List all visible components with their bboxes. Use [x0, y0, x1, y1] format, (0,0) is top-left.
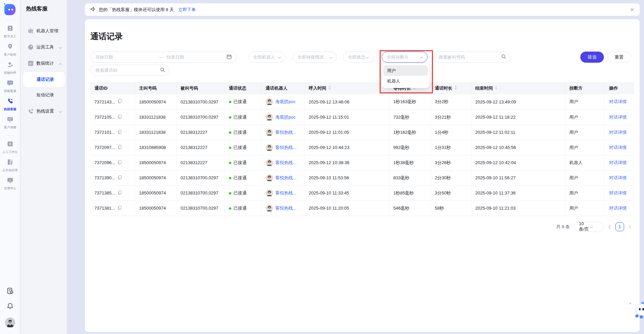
end-date-field[interactable]: 结束日期 [167, 54, 227, 60]
table-row: 7372097...1831088590802138312227已接通客悦热线.… [90, 140, 633, 155]
call-id-search-input[interactable] [91, 65, 160, 75]
robot-name-link[interactable]: 客悦热线... [275, 190, 297, 196]
cell-wait-duration: 833毫秒 [389, 170, 431, 185]
copy-icon[interactable] [117, 99, 122, 104]
rail-item-customer-journey[interactable]: 客户旅程 [3, 43, 17, 57]
assistant-mascot[interactable]: ✕ [628, 301, 644, 318]
bell-icon[interactable] [6, 302, 14, 311]
dropdown-option-user[interactable]: 用户 [383, 65, 428, 76]
cell-action: 对话详情 [604, 155, 633, 170]
page-size-select[interactable]: 10 条/页 [574, 222, 604, 232]
logo-spark-icon: ✦ [3, 2, 6, 6]
ticket-clock-icon[interactable] [6, 287, 14, 296]
cell-hangup-party: 用户 [565, 125, 604, 140]
col-call-in-time[interactable]: 呼入时间 [304, 82, 389, 94]
cell-wait-duration: 1秒38毫秒 [389, 155, 431, 170]
cell-call-duration: 3分50秒 [431, 185, 471, 201]
robot-name-link[interactable]: 客悦热线... [275, 160, 297, 166]
sidebar-item-robot-management[interactable]: 机器人管理 [21, 23, 67, 39]
admin-monitor-icon [7, 177, 13, 185]
robot-filter-select[interactable]: 全部机器人 [248, 52, 286, 63]
dialog-detail-link[interactable]: 对话详情 [609, 115, 627, 120]
robot-name-link[interactable]: 海底捞poc [275, 114, 296, 120]
cell-callee: 02138310700,0297 [176, 185, 225, 201]
chevron-up-icon [59, 61, 62, 66]
dialog-detail-link[interactable]: 对话详情 [609, 99, 627, 104]
robot-name-link[interactable]: 海底捞poc [275, 99, 296, 105]
prev-page-button[interactable] [608, 225, 611, 229]
hangup-filter-select[interactable]: 全部挂断方 [382, 52, 428, 63]
rail-item-admin-center[interactable]: 管理中心 [3, 177, 17, 191]
cell-callee: 02138310700,0297 [176, 94, 225, 110]
cell-callee: 02138312227 [176, 140, 225, 155]
chevron-down-icon [278, 55, 281, 60]
copy-icon[interactable] [117, 190, 122, 196]
cell-wait-duration: 546毫秒 [389, 201, 431, 216]
dropdown-option-robot[interactable]: 机器人 [383, 76, 428, 86]
close-icon[interactable]: ✕ [630, 7, 634, 13]
dialog-detail-link[interactable]: 对话详情 [609, 160, 627, 165]
status-filter-select[interactable]: 全部状态 [343, 52, 374, 63]
rail-item-knowledge-base[interactable]: 公共知识库 [2, 159, 19, 173]
cell-call-duration: 58秒 [431, 201, 471, 216]
robot-avatar [266, 205, 273, 212]
next-page-button[interactable] [628, 225, 631, 229]
sidebar-item-sms-records[interactable]: 短信记录 [23, 88, 65, 102]
cell-call-id: 7372105... [90, 110, 135, 125]
cell-call-id: 7372101... [90, 125, 135, 140]
robot-name-link[interactable]: 客悦热线... [275, 175, 297, 181]
col-call-id: 通话ID [90, 82, 135, 94]
dialog-detail-link[interactable]: 对话详情 [609, 190, 627, 195]
chat-bot-icon [7, 80, 13, 87]
col-call-duration[interactable]: 通话时长 [431, 82, 471, 94]
callee-search-input[interactable] [435, 52, 501, 62]
status-dot [229, 131, 231, 134]
rail-item-digital-employee[interactable]: 数字员工 [3, 25, 17, 39]
sidebar-item-data-statistics[interactable]: 数据统计 [21, 55, 67, 71]
dialog-detail-link[interactable]: 对话详情 [609, 145, 627, 150]
status-dot [229, 177, 231, 179]
current-page[interactable]: 1 [615, 222, 624, 231]
robot-name-link[interactable]: 客悦热线... [275, 205, 297, 211]
cell-call-id: 7372096... [90, 155, 135, 170]
copy-icon[interactable] [117, 175, 122, 181]
start-date-field[interactable]: 开始日期 [95, 54, 155, 60]
sidebar-item-hotline-settings[interactable]: 热线设置 [21, 103, 67, 119]
cell-wait-duration: 732毫秒 [389, 110, 431, 125]
cell-action: 对话详情 [604, 170, 633, 185]
status-dot [229, 162, 231, 164]
robot-name-link[interactable]: 客悦热线... [275, 129, 297, 135]
dialog-detail-link[interactable]: 对话详情 [609, 206, 627, 211]
rail-item-hotline-service[interactable]: 热线客服 [3, 98, 17, 112]
module-sidebar: 热线客服 机器人管理 运营工具 数据统计 通话记录 短信记录 热线设置 [21, 0, 67, 334]
user-avatar[interactable] [5, 317, 15, 329]
filter-button[interactable]: 筛选 [580, 52, 604, 63]
call-id-search-box [90, 65, 169, 76]
copy-icon[interactable] [117, 206, 122, 211]
copy-icon[interactable] [117, 130, 122, 135]
transfer-filter-select[interactable]: 全部转接情况 [292, 52, 337, 63]
robot-name-link[interactable]: 客悦热线... [275, 145, 297, 151]
chevron-down-icon [590, 224, 601, 229]
sidebar-item-operation-tools[interactable]: 运营工具 [21, 39, 67, 55]
dialog-detail-link[interactable]: 对话详情 [609, 130, 627, 135]
hotline-settings-icon [28, 108, 34, 114]
rail-item-customer-insight[interactable]: 客户洞察 [3, 116, 17, 130]
sidebar-item-call-records[interactable]: 通话记录 [23, 72, 65, 87]
cell-robot: 客悦热线... [261, 155, 304, 170]
order-now-link[interactable]: 立即下单 [178, 7, 196, 13]
rail-item-smart-service[interactable]: 智能客服 [3, 80, 17, 93]
copy-icon[interactable] [117, 160, 122, 165]
dialog-detail-link[interactable]: 对话详情 [609, 175, 627, 180]
col-end-time[interactable]: 结束时间 [471, 82, 565, 94]
app-logo[interactable]: ✦ [4, 4, 16, 15]
table-row: 7372105...1833112183802138310700,0297已接通… [90, 110, 633, 125]
robot-avatar [266, 159, 273, 166]
rail-item-manual-workbench[interactable]: 人工工作台 [2, 141, 19, 154]
rail-item-smart-outbound[interactable]: 智能外呼 [3, 61, 17, 75]
copy-icon[interactable] [117, 115, 122, 120]
date-range-picker[interactable]: 开始日期 — 结束日期 [90, 52, 237, 63]
cell-caller: 18331121838 [135, 125, 176, 140]
reset-button[interactable]: 重置 [607, 52, 631, 63]
copy-icon[interactable] [117, 145, 122, 150]
